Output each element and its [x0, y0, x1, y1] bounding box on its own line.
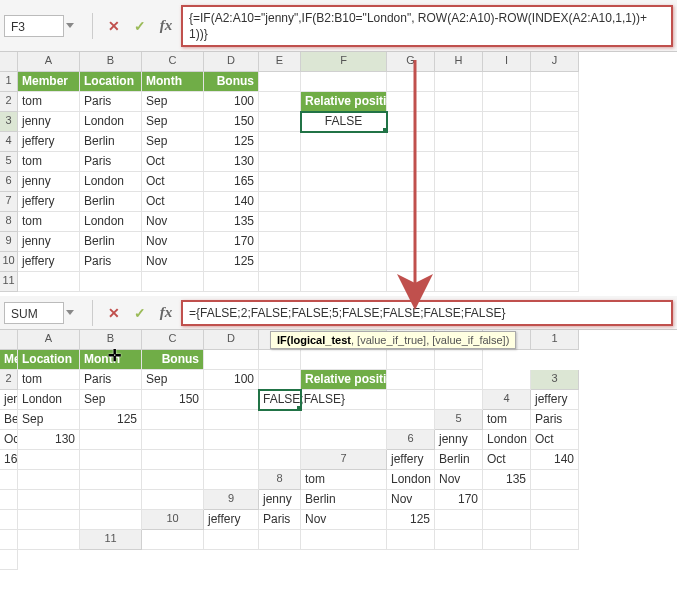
row-header[interactable]: 9: [204, 490, 259, 510]
cell[interactable]: [0, 550, 18, 570]
cell[interactable]: [259, 232, 301, 252]
col-header[interactable]: E: [259, 52, 301, 72]
cell[interactable]: jenny: [0, 390, 18, 410]
cell[interactable]: 170: [204, 232, 259, 252]
cell[interactable]: [0, 510, 18, 530]
cell[interactable]: [435, 232, 483, 252]
selected-cell[interactable]: FALSE;FALSE}: [259, 390, 301, 410]
cell[interactable]: [259, 430, 301, 450]
table-header[interactable]: Bonus: [204, 72, 259, 92]
cell[interactable]: [301, 132, 387, 152]
cell[interactable]: [18, 272, 80, 292]
cell[interactable]: [142, 430, 204, 450]
cell[interactable]: jenny: [259, 490, 301, 510]
cell[interactable]: [259, 132, 301, 152]
cell[interactable]: Nov: [142, 232, 204, 252]
col-header[interactable]: J: [531, 52, 579, 72]
col-header[interactable]: I: [483, 52, 531, 72]
cell[interactable]: Oct: [0, 430, 18, 450]
cell[interactable]: [387, 390, 435, 410]
table-header[interactable]: Member: [18, 72, 80, 92]
cell[interactable]: jenny: [435, 430, 483, 450]
col-header[interactable]: B: [80, 52, 142, 72]
cell[interactable]: Nov: [301, 510, 387, 530]
cell[interactable]: [483, 232, 531, 252]
cell[interactable]: Paris: [80, 152, 142, 172]
cell[interactable]: Berlin: [301, 490, 387, 510]
cell[interactable]: Nov: [142, 212, 204, 232]
cell[interactable]: [204, 430, 259, 450]
row-header[interactable]: 5: [0, 152, 18, 172]
cell[interactable]: Oct: [531, 430, 579, 450]
cell[interactable]: 135: [483, 470, 531, 490]
cell[interactable]: [483, 192, 531, 212]
cell[interactable]: [483, 212, 531, 232]
cell[interactable]: [387, 252, 435, 272]
cell[interactable]: Sep: [80, 390, 142, 410]
table-header[interactable]: Bonus: [142, 350, 204, 370]
cell[interactable]: [531, 530, 579, 550]
row-header[interactable]: 11: [80, 530, 142, 550]
formula-input[interactable]: ={FALSE;2;FALSE;FALSE;5;FALSE;FALSE;FALS…: [181, 300, 673, 326]
row-header[interactable]: 7: [301, 450, 387, 470]
row-header[interactable]: 6: [387, 430, 435, 450]
row-header[interactable]: 10: [142, 510, 204, 530]
cell[interactable]: [435, 192, 483, 212]
row-header[interactable]: 7: [0, 192, 18, 212]
cell[interactable]: [435, 172, 483, 192]
cell[interactable]: [483, 92, 531, 112]
cell[interactable]: [531, 192, 579, 212]
cell[interactable]: 125: [80, 410, 142, 430]
cell[interactable]: [301, 232, 387, 252]
fx-icon[interactable]: fx: [155, 15, 177, 37]
cell[interactable]: [301, 72, 387, 92]
cell[interactable]: [387, 232, 435, 252]
cell[interactable]: [80, 470, 142, 490]
cell[interactable]: Sep: [142, 92, 204, 112]
cell[interactable]: Berlin: [435, 450, 483, 470]
cell[interactable]: [483, 132, 531, 152]
cell[interactable]: tom: [483, 410, 531, 430]
enter-icon[interactable]: ✓: [129, 15, 151, 37]
cell[interactable]: Relative position: [301, 370, 387, 390]
cell[interactable]: jenny: [18, 232, 80, 252]
cell[interactable]: 165: [0, 450, 18, 470]
cell[interactable]: [531, 92, 579, 112]
cell[interactable]: [204, 530, 259, 550]
cell[interactable]: [435, 370, 483, 390]
cell[interactable]: [387, 172, 435, 192]
cell[interactable]: [80, 510, 142, 530]
cell[interactable]: [387, 370, 435, 390]
cell[interactable]: [483, 112, 531, 132]
cell[interactable]: Paris: [80, 370, 142, 390]
cell[interactable]: [387, 72, 435, 92]
cell[interactable]: tom: [18, 212, 80, 232]
cell[interactable]: jeffery: [387, 450, 435, 470]
cell[interactable]: Sep: [18, 410, 80, 430]
cell[interactable]: Berlin: [80, 232, 142, 252]
cell[interactable]: London: [80, 112, 142, 132]
row-header[interactable]: 8: [259, 470, 301, 490]
name-box-dropdown-icon[interactable]: [66, 310, 74, 315]
cell[interactable]: [483, 172, 531, 192]
cell[interactable]: [435, 212, 483, 232]
col-header[interactable]: A: [18, 330, 80, 350]
cell[interactable]: tom: [18, 370, 80, 390]
cell[interactable]: 140: [204, 192, 259, 212]
cell[interactable]: [204, 272, 259, 292]
cell[interactable]: [435, 530, 483, 550]
cell[interactable]: [531, 252, 579, 272]
cell[interactable]: [0, 490, 18, 510]
cell[interactable]: 125: [204, 132, 259, 152]
cell[interactable]: [387, 132, 435, 152]
selected-cell[interactable]: FALSE: [301, 112, 387, 132]
cell[interactable]: [483, 252, 531, 272]
cell[interactable]: [387, 152, 435, 172]
cell[interactable]: [387, 192, 435, 212]
cell[interactable]: Sep: [142, 132, 204, 152]
cell[interactable]: 125: [204, 252, 259, 272]
cell[interactable]: [142, 490, 204, 510]
cell[interactable]: [259, 370, 301, 390]
cell[interactable]: [259, 212, 301, 232]
cell[interactable]: [18, 510, 80, 530]
